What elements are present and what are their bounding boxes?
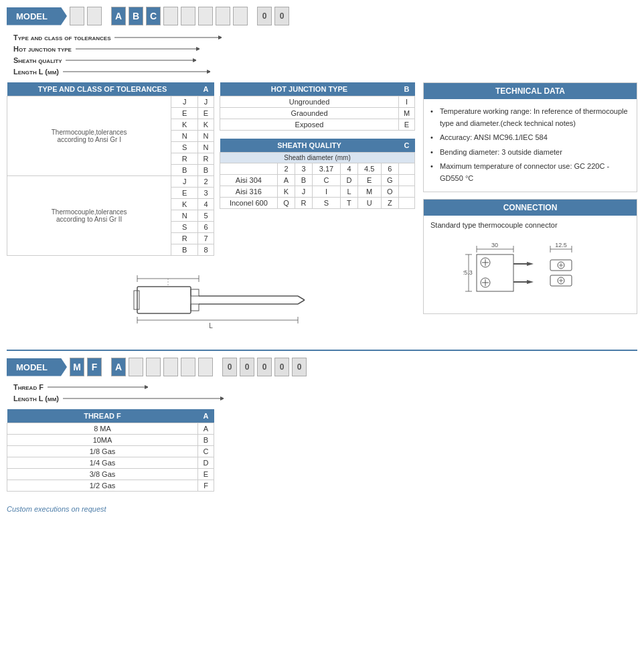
group2-label: Thermocouple,tolerancesaccording to Ansi… [7, 176, 171, 256]
model2-box-0d: 0 [274, 358, 289, 376]
model-box-6 [198, 7, 213, 25]
svg-text:25.3: 25.3 [463, 269, 473, 276]
model2-labels-section: Thread F Length L (mm) [13, 383, 637, 402]
model2-box-A: A [111, 358, 126, 376]
label-line-length2: Length L (mm) [13, 394, 224, 402]
sheath-316-m: M [357, 186, 381, 198]
technical-data-box: TECHNICAL DATA Temperature working range… [423, 82, 637, 192]
sheath-subheader: Sheath diameter (mm) [220, 153, 415, 163]
svg-rect-10 [191, 289, 199, 296]
thread-row: 1/8 Gas C [7, 446, 214, 457]
tol-r1-type: R [171, 153, 198, 165]
arrow-junction [76, 45, 199, 53]
sheath-mat-316: Aisi 316 [220, 186, 278, 198]
model-box-1 [70, 7, 84, 25]
svg-marker-1 [218, 35, 222, 40]
svg-marker-58 [220, 396, 224, 400]
label-line-thread: Thread F [13, 383, 224, 391]
thread-header-col: A [198, 409, 214, 423]
sheath-col-3: 3 [295, 163, 313, 175]
sheath-316-blank [399, 186, 415, 198]
arrow-thread [48, 383, 148, 391]
sheath-inc-q: Q [277, 198, 295, 209]
sheath-col-blank [399, 163, 415, 175]
sheath-inc-blank [399, 198, 415, 209]
tol-j2-code: 2 [198, 176, 214, 188]
sheath-table: SHEATH QUALITY C Sheath diameter (mm) 2 … [220, 139, 415, 209]
connector-diagram: 30 12.5 25.3 [430, 234, 630, 308]
thread-table: THREAD F A 8 MA A 10MA B 1/8 Gas C 1/4 G… [7, 409, 214, 492]
model2-header: MODEL M F A 0 0 0 0 0 [7, 358, 637, 376]
tech-bullet-3: Bending diameter: 3 outside diameter [430, 145, 630, 160]
sheath-304-a: A [277, 175, 295, 186]
svg-rect-9 [134, 291, 139, 309]
sheath-316-j: J [295, 186, 313, 198]
right-tables: HOT JUNCTION TYPE B Ungrounded I Graound… [220, 82, 415, 260]
svg-rect-8 [137, 287, 191, 313]
main-layout: TYPE AND CLASS OF TOLERANCES A Thermocou… [7, 82, 637, 340]
tol-r1-code: R [198, 153, 214, 165]
tol-s1-code: N [198, 142, 214, 153]
thread-label: Thread F [13, 383, 44, 391]
conn-content: Standard type thermocouple connector [424, 216, 637, 313]
thread-10ma: 10MA [7, 435, 198, 446]
model2-section: MODEL M F A 0 0 0 0 0 Thread F Length L … [7, 350, 637, 513]
tol-n2-code: 5 [198, 210, 214, 222]
svg-rect-11 [191, 304, 199, 311]
thread-row: 8 MA A [7, 423, 214, 435]
tol-s2-type: S [171, 222, 198, 233]
model2-box-5 [198, 358, 213, 376]
junction-exposed-code: E [399, 119, 415, 131]
model2-box-0b: 0 [240, 358, 254, 376]
tol-k2-type: K [171, 199, 198, 210]
thread-18gas: 1/8 Gas [7, 446, 198, 457]
sheath-304-g: G [381, 175, 399, 186]
tol-s2-code: 6 [198, 222, 214, 233]
svg-text:12.5: 12.5 [555, 242, 567, 248]
length-label: Length L (mm) [13, 68, 59, 76]
tol-e1-type: E [171, 108, 198, 119]
junction-row: Exposed E [220, 119, 415, 131]
svg-text:L: L [209, 322, 213, 330]
sheath-316-k: K [277, 186, 295, 198]
thread-row: 10MA B [7, 435, 214, 446]
conn-description: Standard type thermocouple connector [430, 221, 630, 229]
model1-label-lines: Type and class of tolerances Hot junctio… [13, 33, 222, 76]
tol-k2-code: 4 [198, 199, 214, 210]
model-box-8 [233, 7, 248, 25]
tol-b1-code: B [198, 165, 214, 176]
sheath-header-col: C [399, 139, 415, 153]
sheath-col-317: 3.17 [312, 163, 340, 175]
thread-14gas-code: D [198, 457, 214, 469]
thread-row: 1/4 Gas D [7, 457, 214, 469]
label-line-junction: Hot junction type [13, 45, 222, 53]
arrow-tolerances [114, 33, 222, 42]
sheath-mat-inconel: Inconel 600 [220, 198, 278, 209]
model1-labels-section: Type and class of tolerances Hot junctio… [13, 32, 637, 76]
model2-box-1 [129, 358, 143, 376]
svg-marker-32 [527, 262, 534, 266]
tol-b1-type: B [171, 165, 198, 176]
sheath-col-6: 6 [381, 163, 399, 175]
tech-bullet-1: Temperature working range: In reference … [430, 104, 630, 131]
tol-s1-type: S [171, 142, 198, 153]
model2-box-F: F [87, 358, 102, 376]
tol-b2-type: B [171, 244, 198, 256]
model-box-C: C [146, 7, 161, 25]
left-section: TYPE AND CLASS OF TOLERANCES A Thermocou… [7, 82, 415, 340]
tolerance-header: TYPE AND CLASS OF TOLERANCES [7, 82, 198, 96]
model-box-7 [216, 7, 230, 25]
model2-box-2 [146, 358, 161, 376]
tol-j2-type: J [171, 176, 198, 188]
model-box-B: B [129, 7, 143, 25]
sheath-row-316: Aisi 316 K J I L M O [220, 186, 415, 198]
tolerances-label: Type and class of tolerances [13, 33, 110, 42]
junction-header: HOT JUNCTION TYPE [220, 82, 399, 96]
junction-ungrounded-code: I [399, 96, 415, 108]
tech-header: TECHNICAL DATA [424, 83, 637, 99]
tech-bullets: Temperature working range: In reference … [430, 104, 630, 186]
tech-bullet-4: Maximum temperature of connector use: GC… [430, 159, 630, 186]
junction-ungrounded: Ungrounded [220, 96, 399, 108]
junction-header-col: B [399, 82, 415, 96]
model-box-A: A [111, 7, 126, 25]
